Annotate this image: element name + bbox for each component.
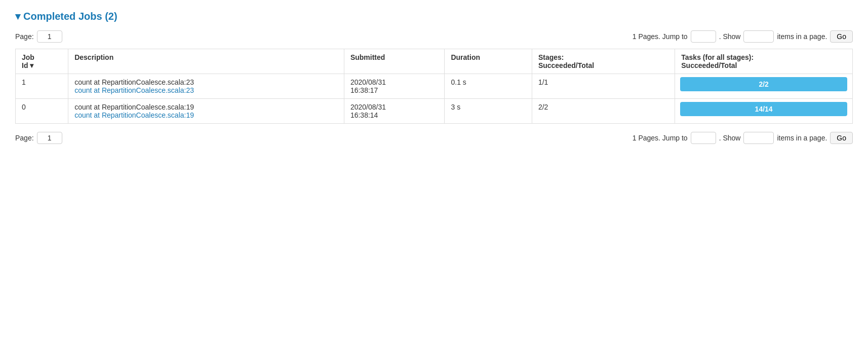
go-button-bottom[interactable]: Go bbox=[830, 132, 853, 144]
job-id-sort-icon[interactable]: ▾ bbox=[30, 61, 33, 69]
pages-info-bottom: 1 Pages. Jump to bbox=[633, 134, 688, 142]
col-header-tasks: Tasks (for all stages):Succeeded/Total bbox=[675, 49, 853, 74]
show-label-top: . Show bbox=[719, 32, 741, 41]
go-button-top[interactable]: Go bbox=[830, 30, 853, 43]
cell-description-0: count at RepartitionCoalesce.scala:19 co… bbox=[68, 99, 344, 124]
page-number-bottom: 1 bbox=[37, 132, 62, 144]
table-header-row: JobId ▾ Description Submitted Duration S… bbox=[16, 49, 853, 74]
jobs-table: JobId ▾ Description Submitted Duration S… bbox=[15, 49, 853, 124]
table-row: 1 count at RepartitionCoalesce.scala:23 … bbox=[16, 74, 853, 99]
tasks-progress-bar-0: 14/14 bbox=[680, 102, 847, 116]
jump-to-input-bottom[interactable]: 1 bbox=[691, 132, 716, 144]
pagination-bar-top: Page: 1 1 Pages. Jump to 1 . Show 100 it… bbox=[15, 30, 853, 43]
cell-stages-1: 1/1 bbox=[532, 74, 675, 99]
cell-tasks-0: 14/14 bbox=[675, 99, 853, 124]
description-text-1: count at RepartitionCoalesce.scala:23 bbox=[74, 78, 338, 86]
page-label-bottom: Page: bbox=[15, 134, 34, 142]
items-label-bottom: items in a page. bbox=[777, 134, 827, 142]
cell-job-id-0: 0 bbox=[16, 99, 68, 124]
show-count-input-top[interactable]: 100 bbox=[743, 30, 774, 43]
collapse-arrow-icon[interactable]: ▾ bbox=[15, 10, 20, 22]
cell-job-id-1: 1 bbox=[16, 74, 68, 99]
page-label-top: Page: bbox=[15, 32, 34, 41]
cell-description-1: count at RepartitionCoalesce.scala:23 co… bbox=[68, 74, 344, 99]
section-title-text: Completed Jobs (2) bbox=[23, 11, 117, 22]
col-header-stages: Stages:Succeeded/Total bbox=[532, 49, 675, 74]
description-text-0: count at RepartitionCoalesce.scala:19 bbox=[74, 103, 338, 111]
show-count-input-bottom[interactable]: 100 bbox=[743, 132, 774, 144]
show-label-bottom: . Show bbox=[719, 134, 741, 142]
cell-duration-0: 3 s bbox=[445, 99, 532, 124]
description-link-1[interactable]: count at RepartitionCoalesce.scala:23 bbox=[74, 86, 194, 94]
col-header-job-id: JobId ▾ bbox=[16, 49, 68, 74]
cell-submitted-0: 2020/08/3116:38:14 bbox=[344, 99, 445, 124]
pagination-bar-bottom: Page: 1 1 Pages. Jump to 1 . Show 100 it… bbox=[15, 132, 853, 144]
tasks-progress-bar-1: 2/2 bbox=[680, 77, 847, 91]
page-number-top: 1 bbox=[37, 30, 62, 43]
col-header-duration: Duration bbox=[445, 49, 532, 74]
section-title: ▾ Completed Jobs (2) bbox=[15, 10, 853, 22]
table-row: 0 count at RepartitionCoalesce.scala:19 … bbox=[16, 99, 853, 124]
cell-duration-1: 0.1 s bbox=[445, 74, 532, 99]
pages-info-top: 1 Pages. Jump to bbox=[633, 32, 688, 41]
col-header-description: Description bbox=[68, 49, 344, 74]
cell-stages-0: 2/2 bbox=[532, 99, 675, 124]
cell-submitted-1: 2020/08/3116:38:17 bbox=[344, 74, 445, 99]
jump-to-input-top[interactable]: 1 bbox=[691, 30, 716, 43]
cell-tasks-1: 2/2 bbox=[675, 74, 853, 99]
items-label-top: items in a page. bbox=[777, 32, 827, 41]
description-link-0[interactable]: count at RepartitionCoalesce.scala:19 bbox=[74, 111, 194, 119]
col-header-submitted: Submitted bbox=[344, 49, 445, 74]
